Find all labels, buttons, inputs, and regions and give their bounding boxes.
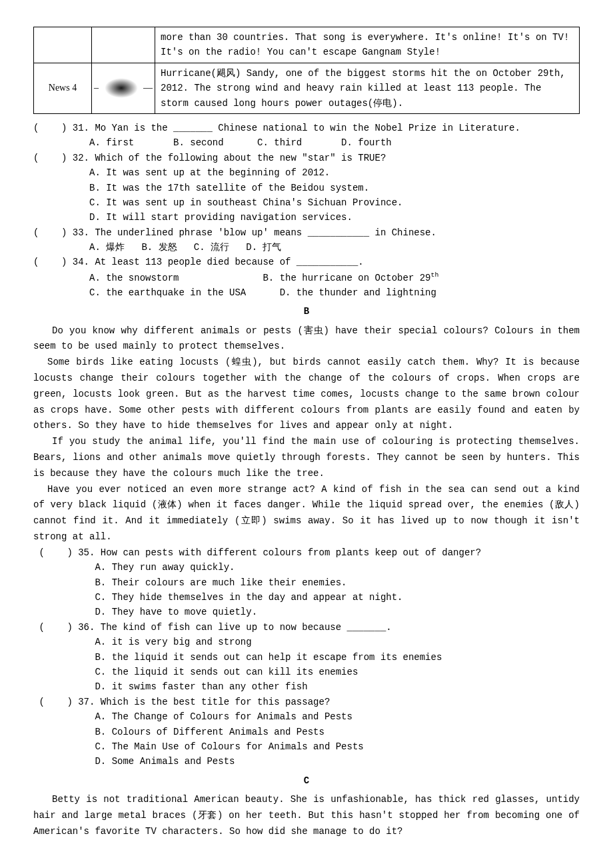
passage-b-p3: If you study the animal life, you'll fin… bbox=[33, 434, 580, 481]
section-heading-c: C bbox=[33, 773, 580, 788]
dash-left-icon: – bbox=[94, 83, 99, 93]
news-4-image-cell: – — bbox=[92, 63, 155, 113]
q35-stem: ( ) 35. How can pests with different col… bbox=[33, 547, 481, 558]
passage-b: Do you know why different animals or pes… bbox=[33, 323, 580, 545]
q31-stem: ( ) 31. Mo Yan is the _______ Chinese na… bbox=[33, 123, 520, 133]
q33-options: A. 爆炸 B. 发怒 C. 流行 D. 打气 bbox=[33, 242, 281, 253]
q35-opt-a: A. They run away quickly. bbox=[33, 562, 235, 573]
q34-opt-ab: A. the snowstorm B. the hurricane on Oct… bbox=[33, 273, 438, 283]
q34-stem: ( ) 34. At least 113 people died because… bbox=[33, 257, 364, 267]
news-4-label: News 4 bbox=[34, 63, 92, 113]
news-row-prev: more than 30 countries. That song is eve… bbox=[34, 27, 580, 63]
passage-b-p1: Do you know why different animals or pes… bbox=[33, 323, 580, 355]
news-table: more than 30 countries. That song is eve… bbox=[33, 27, 580, 114]
dash-right-icon: — bbox=[143, 83, 153, 93]
q31-options: A. first B. second C. third D. fourth bbox=[33, 137, 392, 148]
passage-b-p2: Some birds like eating locusts (蝗虫), but… bbox=[33, 355, 580, 434]
q36-opt-c: C. the liquid it sends out can kill its … bbox=[33, 667, 358, 677]
section-heading-b: B bbox=[33, 304, 580, 319]
q35-opt-d: D. They have to move quietly. bbox=[33, 607, 257, 617]
q37-opt-b: B. Colours of Different Animals and Pest… bbox=[33, 727, 324, 737]
news-label-empty bbox=[34, 27, 92, 63]
q36-stem: ( ) 36. The kind of fish can live up to … bbox=[33, 622, 392, 633]
passage-c: Betty is not traditional American beauty… bbox=[33, 792, 580, 839]
q36-opt-d: D. it swims faster than any other fish bbox=[33, 681, 308, 692]
q36-opt-b: B. the liquid it sends out can help it e… bbox=[33, 652, 442, 663]
q32-opt-b: B. It was the 17th satellite of the Beid… bbox=[33, 183, 369, 193]
q34-opt-cd: C. the earthquake in the USA D. the thun… bbox=[33, 287, 436, 298]
passage-c-p1: Betty is not traditional American beauty… bbox=[33, 792, 580, 839]
q37-opt-d: D. Some Animals and Pests bbox=[33, 756, 235, 767]
q35-opt-b: B. Their colours are much like their ene… bbox=[33, 577, 346, 588]
q32-stem: ( ) 32. Which of the following about the… bbox=[33, 153, 386, 163]
q37-opt-c: C. The Main Use of Colours for Animals a… bbox=[33, 741, 364, 752]
news-4-text: Hurricane(飓风) Sandy, one of the biggest … bbox=[155, 63, 580, 113]
hurricane-image-icon bbox=[105, 78, 138, 98]
q34-sup: th bbox=[431, 271, 439, 279]
news-text-prev: more than 30 countries. That song is eve… bbox=[155, 27, 580, 63]
q32-opt-a: A. It was sent up at the beginning of 20… bbox=[33, 167, 330, 178]
q32-opt-d: D. It will start providing navigation se… bbox=[33, 212, 352, 223]
q35-opt-c: C. They hide themselves in the day and a… bbox=[33, 592, 403, 603]
q36-opt-a: A. it is very big and strong bbox=[33, 637, 252, 647]
news-img-empty bbox=[92, 27, 155, 63]
questions-section-b: ( ) 35. How can pests with different col… bbox=[33, 545, 580, 769]
q33-stem: ( ) 33. The underlined phrase 'blow up' … bbox=[33, 227, 436, 238]
q37-opt-a: A. The Change of Colours for Animals and… bbox=[33, 711, 352, 722]
news-row-4: News 4 – — Hurricane(飓风) Sandy, one of t… bbox=[34, 63, 580, 113]
q32-opt-c: C. It was sent up in southeast China's S… bbox=[33, 197, 403, 208]
q37-stem: ( ) 37. Which is the best title for this… bbox=[33, 697, 330, 707]
questions-section-a: ( ) 31. Mo Yan is the _______ Chinese na… bbox=[33, 121, 580, 300]
passage-b-p4: Have you ever noticed an even more stran… bbox=[33, 482, 580, 545]
